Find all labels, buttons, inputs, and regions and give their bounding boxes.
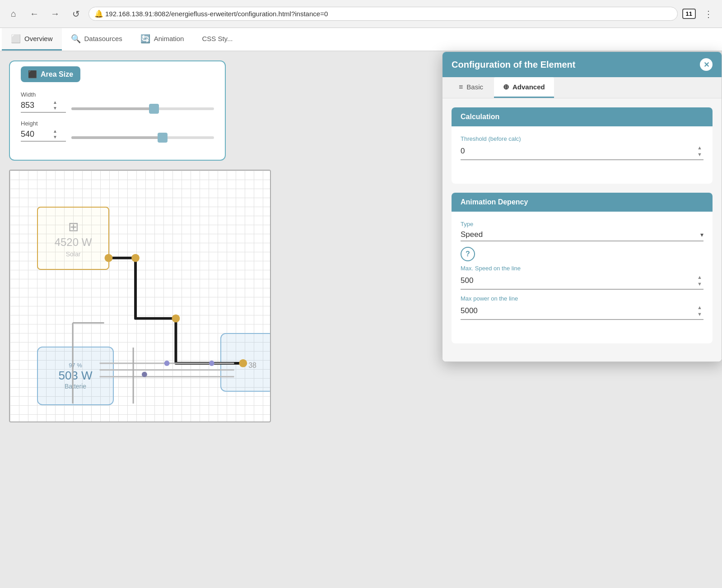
threshold-input-row: ▲ ▼ <box>461 145 703 160</box>
advanced-tab-label: Advanced <box>512 83 545 91</box>
solar-node[interactable]: ⊞ 4520 W Solar <box>37 207 109 270</box>
max-power-down-button[interactable]: ▼ <box>696 311 703 317</box>
reload-button[interactable]: ↺ <box>68 6 84 22</box>
width-group: Width ▲ ▼ <box>21 91 214 113</box>
max-speed-input[interactable] <box>461 276 696 285</box>
max-speed-input-row: ▲ ▼ <box>461 274 703 290</box>
type-field: Type Speed Power Opacity ▾ <box>461 221 703 241</box>
svg-point-2 <box>172 315 180 323</box>
height-input[interactable] <box>21 130 52 139</box>
height-spinner: ▲ ▼ <box>52 129 58 140</box>
lock-icon: 🔔 <box>94 9 103 18</box>
right-node[interactable] <box>220 333 271 392</box>
threshold-up-button[interactable]: ▲ <box>696 145 703 151</box>
type-label: Type <box>461 221 703 227</box>
type-select[interactable]: Speed Power Opacity <box>461 230 700 239</box>
url-text: 192.168.138.91:8082/energiefluss-erweite… <box>105 10 328 18</box>
threshold-label: Threshold (before calc) <box>461 135 703 142</box>
threshold-down-button[interactable]: ▼ <box>696 152 703 157</box>
height-slider-thumb[interactable] <box>158 133 168 143</box>
tab-animation[interactable]: 🔄 Animation <box>131 28 193 51</box>
app-tabs: ⬜ Overview 🔍 Datasources 🔄 Animation CSS… <box>0 28 722 51</box>
svg-point-1 <box>131 254 140 262</box>
max-speed-spinner: ▲ ▼ <box>696 274 703 287</box>
tab-animation-label: Animation <box>154 35 184 42</box>
max-speed-down-button[interactable]: ▼ <box>696 281 703 287</box>
help-question-mark: ? <box>466 250 470 258</box>
width-down-button[interactable]: ▼ <box>52 106 58 111</box>
svg-point-9 <box>209 361 214 366</box>
solar-label: Solar <box>66 250 81 258</box>
threshold-input[interactable] <box>461 147 696 156</box>
dialog-header: Configuration of the Element ✕ <box>443 52 722 77</box>
area-size-title: ⬛ Area Size <box>21 66 80 82</box>
height-up-button[interactable]: ▲ <box>52 129 58 134</box>
calculation-header: Calculation <box>452 107 713 126</box>
width-input-container: ▲ ▼ <box>21 100 66 113</box>
height-input-container: ▲ ▼ <box>21 129 66 142</box>
max-speed-field: Max. Speed on the line ▲ ▼ <box>461 265 703 290</box>
max-power-input[interactable] <box>461 306 696 315</box>
animation-icon: 🔄 <box>140 34 150 44</box>
menu-button[interactable]: ⋮ <box>700 7 717 21</box>
tab-overview-label: Overview <box>24 35 53 42</box>
basic-tab-label: Basic <box>466 83 483 91</box>
tab-advanced[interactable]: ⊕ Advanced <box>494 77 554 98</box>
forward-button[interactable]: → <box>47 6 63 22</box>
animation-depency-body: Type Speed Power Opacity ▾ ? <box>452 212 713 334</box>
height-down-button[interactable]: ▼ <box>52 134 58 140</box>
type-dropdown-row: Speed Power Opacity ▾ <box>461 230 703 241</box>
max-power-field: Max power on the line ▲ ▼ <box>461 295 703 320</box>
solar-grid-icon: ⊞ <box>68 219 79 234</box>
height-row: ▲ ▼ <box>21 129 214 142</box>
back-button[interactable]: ← <box>26 6 42 22</box>
batterie-value: 503 W <box>58 369 92 383</box>
area-size-card: ⬛ Area Size Width ▲ ▼ <box>9 60 226 161</box>
dialog-tabs: ≡ Basic ⊕ Advanced <box>443 77 722 98</box>
calculation-section: Calculation Threshold (before calc) ▲ ▼ <box>452 107 713 184</box>
config-dialog: Configuration of the Element ✕ ≡ Basic ⊕… <box>442 51 722 362</box>
browser-chrome: ⌂ ← → ↺ 🔔 192.168.138.91:8082/energieflu… <box>0 0 722 28</box>
dialog-close-button[interactable]: ✕ <box>700 58 713 71</box>
threshold-spinner: ▲ ▼ <box>696 145 703 157</box>
calculation-body: Threshold (before calc) ▲ ▼ <box>452 126 713 175</box>
width-row: ▲ ▼ <box>21 100 214 113</box>
tab-css-label: CSS Sty... <box>202 35 233 42</box>
max-power-up-button[interactable]: ▲ <box>696 305 703 310</box>
width-up-button[interactable]: ▲ <box>52 100 58 105</box>
canvas-area[interactable]: ⊞ 4520 W Solar 97 % 503 W Batterie 38 <box>9 170 271 422</box>
height-label: Height <box>21 120 214 127</box>
tab-css[interactable]: CSS Sty... <box>193 28 242 51</box>
animation-depency-section: Animation Depency Type Speed Power Opaci… <box>452 193 713 343</box>
max-speed-label: Max. Speed on the line <box>461 265 703 272</box>
num-38-label: 38 <box>248 361 256 370</box>
area-size-icon: ⬛ <box>28 70 37 79</box>
help-icon[interactable]: ? <box>461 247 475 261</box>
tab-datasources[interactable]: 🔍 Datasources <box>62 28 131 51</box>
tab-count[interactable]: 11 <box>682 9 696 19</box>
tab-datasources-label: Datasources <box>84 35 122 42</box>
max-speed-up-button[interactable]: ▲ <box>696 274 703 280</box>
datasources-icon: 🔍 <box>71 34 81 44</box>
tab-basic[interactable]: ≡ Basic <box>450 77 492 98</box>
overview-icon: ⬜ <box>11 34 21 44</box>
address-bar[interactable]: 🔔 192.168.138.91:8082/energiefluss-erwei… <box>89 7 678 21</box>
main-content: ⬛ Area Size Width ▲ ▼ <box>0 51 722 588</box>
solar-value: 4520 W <box>55 236 92 249</box>
width-label: Width <box>21 91 214 98</box>
width-slider-thumb[interactable] <box>149 104 159 114</box>
home-button[interactable]: ⌂ <box>5 6 22 22</box>
width-spinner: ▲ ▼ <box>52 100 58 111</box>
max-power-label: Max power on the line <box>461 295 703 302</box>
width-input[interactable] <box>21 101 52 110</box>
max-power-input-row: ▲ ▼ <box>461 305 703 320</box>
batterie-node[interactable]: 97 % 503 W Batterie <box>37 347 114 405</box>
svg-point-10 <box>142 372 147 377</box>
left-panel: ⬛ Area Size Width ▲ ▼ <box>0 51 275 588</box>
dialog-title: Configuration of the Element <box>452 60 575 70</box>
tab-overview[interactable]: ⬜ Overview <box>2 28 62 51</box>
max-power-spinner: ▲ ▼ <box>696 305 703 317</box>
basic-tab-icon: ≡ <box>459 83 463 91</box>
canvas-grid: ⊞ 4520 W Solar 97 % 503 W Batterie 38 <box>10 171 270 421</box>
height-group: Height ▲ ▼ <box>21 120 214 142</box>
